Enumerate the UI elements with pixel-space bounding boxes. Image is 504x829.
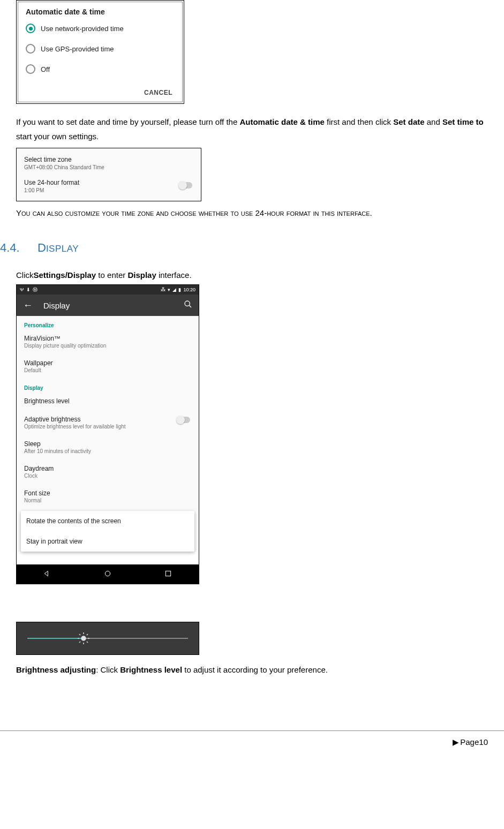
toggle-off-icon[interactable] [177,417,190,423]
footer-page-number: 10 [479,737,488,747]
sleep-row[interactable]: Sleep After 10 minutes of inactivity [17,435,199,459]
svg-line-12 [87,634,88,635]
popup-option-rotate[interactable]: Rotate the contents of the screen [21,511,194,531]
battery-icon: ▮ [178,287,181,292]
radio-option-gps[interactable]: Use GPS-provided time [18,41,182,61]
paragraph-auto-datetime: If you want to set date and time by your… [16,115,488,144]
svg-line-1 [189,305,191,307]
app-bar: ← Display [17,295,199,316]
svg-line-10 [87,642,88,643]
svg-rect-3 [166,571,171,576]
nav-recent-icon[interactable] [164,569,172,579]
adaptive-brightness-row[interactable]: Adaptive brightness Optimize brightness … [17,410,199,435]
section-title: DISPLAY [37,241,79,255]
radio-selected-icon [26,24,35,33]
usb-icon: Ψ [20,287,24,292]
svg-line-9 [79,634,80,635]
fontsize-row[interactable]: Font size Normal [17,484,199,509]
status-bar: Ψ ⬇ Ⓜ ⁂ ▾ ◢ ▮ 10:20 [17,285,199,295]
toggle-off-icon[interactable] [179,182,192,189]
cancel-button[interactable]: CANCEL [18,81,182,102]
brightness-thumb-icon[interactable] [77,632,90,646]
slider-track[interactable] [27,638,188,639]
miravision-row[interactable]: MiraVision™ Display picture quality opti… [17,329,199,354]
signal-icon: ◢ [172,287,176,292]
category-personalize: Personalize [17,316,199,329]
daydream-row[interactable]: Daydream Clock [17,459,199,484]
status-icon: ⬇ [26,287,31,292]
radio-label: Use GPS-provided time [41,45,114,53]
paragraph-brightness: Brightness adjusting: Click Brightness l… [16,662,488,677]
footer-arrow-icon: ▶ [453,737,459,747]
paragraph-timezone-note: You can also customize your time zone an… [16,207,488,220]
status-icon: Ⓜ [33,287,37,293]
dialog-title: Automatic date & time [18,2,182,20]
appbar-title: Display [43,301,70,310]
display-settings-screenshot: Ψ ⬇ Ⓜ ⁂ ▾ ◢ ▮ 10:20 ← Display Personaliz… [16,284,199,584]
radio-option-off[interactable]: Off [18,61,182,81]
page-footer: ▶Page10 [0,730,504,758]
timezone-screenshot: Select time zone GMT+08:00 China Standar… [16,148,201,201]
radio-option-network[interactable]: Use network-provided time [18,20,182,41]
paragraph-display-intro: ClickSettings/Display to enter Display i… [16,268,488,282]
nav-home-icon[interactable] [103,569,112,579]
radio-unselected-icon [26,64,35,74]
row-title: Use 24-hour format [24,179,193,186]
footer-label: Page [460,737,479,747]
search-icon[interactable] [184,300,192,311]
svg-point-0 [185,301,190,306]
brightness-level-row[interactable]: Brightness level [17,392,199,410]
slider-fill [27,638,84,639]
brightness-slider-screenshot [16,622,199,655]
row-subtitle: GMT+08:00 China Standard Time [24,164,193,170]
row-subtitle: 1:00 PM [24,187,193,193]
nav-back-icon[interactable] [43,569,51,579]
auto-datetime-dialog: Automatic date & time Use network-provid… [16,0,184,104]
svg-point-2 [105,571,110,576]
wallpaper-row[interactable]: Wallpaper Default [17,354,199,379]
rotation-popup: Rotate the contents of the screen Stay i… [21,511,194,552]
svg-line-11 [79,642,80,643]
back-icon[interactable]: ← [23,300,33,311]
svg-point-4 [81,636,86,640]
clock-text: 10:20 [183,287,195,292]
radio-label: Use network-provided time [41,25,124,33]
popup-option-portrait[interactable]: Stay in portrait view [21,531,194,552]
section-number: 4.4. [0,241,37,255]
row-title: Select time zone [24,156,193,163]
radio-unselected-icon [26,44,35,54]
wifi-icon: ▾ [168,287,170,292]
category-display: Display [17,379,199,392]
nav-bar [17,564,199,584]
radio-label: Off [41,65,50,73]
bluetooth-icon: ⁂ [161,287,166,292]
use-24h-row[interactable]: Use 24-hour format 1:00 PM [18,175,200,198]
select-timezone-row[interactable]: Select time zone GMT+08:00 China Standar… [18,152,200,175]
